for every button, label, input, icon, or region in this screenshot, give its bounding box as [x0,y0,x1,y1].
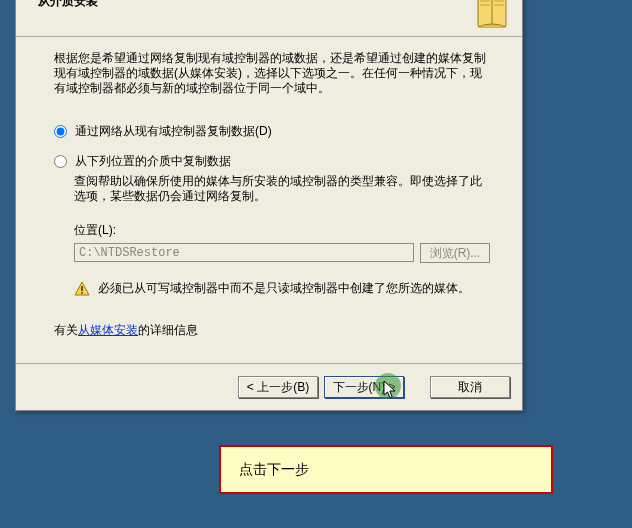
browse-button: 浏览(R)... [420,243,490,263]
cancel-button[interactable]: 取消 [430,376,510,398]
radio-network[interactable] [54,125,67,138]
path-row: 浏览(R)... [74,243,490,263]
option-media-label: 从下列位置的介质中复制数据 [75,154,231,168]
back-button[interactable]: < 上一步(B) [238,376,318,398]
option-network-label: 通过网络从现有域控制器复制数据(D) [75,124,272,138]
warning-row: 必须已从可写域控制器中而不是只读域控制器中创建了您所选的媒体。 [74,281,490,301]
dialog-body: 根据您是希望通过网络复制现有域控制器的域数据，还是希望通过创建的媒体复制现有域控… [16,37,522,349]
radio-media[interactable] [54,155,67,168]
svg-rect-2 [81,286,83,291]
option-network[interactable]: 通过网络从现有域控制器复制数据(D) [54,124,490,138]
detail-link-row: 有关从媒体安装的详细信息 [54,323,490,337]
wizard-dialog: 从介质安装 根据您是希望通过网络复制现有域控制器的域数据，还是希望通过创建的媒体… [15,0,523,411]
path-input [74,243,414,262]
dialog-title: 从介质安装 [38,0,98,10]
book-icon [474,0,512,36]
path-label: 位置(L): [74,222,490,239]
warning-text: 必须已从可写域控制器中而不是只读域控制器中创建了您所选的媒体。 [98,281,470,301]
link-suffix: 的详细信息 [138,323,198,337]
warning-icon [74,281,90,301]
option-media-note: 查阅帮助以确保所使用的媒体与所安装的域控制器的类型兼容。即使选择了此选项，某些数… [74,174,490,204]
dialog-header: 从介质安装 [16,0,522,37]
option-media[interactable]: 从下列位置的介质中复制数据 [54,154,490,168]
next-button[interactable]: 下一步(N) > [324,376,404,398]
media-install-link[interactable]: 从媒体安装 [78,323,138,337]
callout-text: 点击下一步 [239,461,309,479]
intro-text: 根据您是希望通过网络复制现有域控制器的域数据，还是希望通过创建的媒体复制现有域控… [54,51,490,96]
svg-rect-3 [81,292,83,294]
link-prefix: 有关 [54,323,78,337]
dialog-footer: < 上一步(B) 下一步(N) > 取消 [16,363,522,410]
instruction-callout: 点击下一步 [219,445,553,494]
